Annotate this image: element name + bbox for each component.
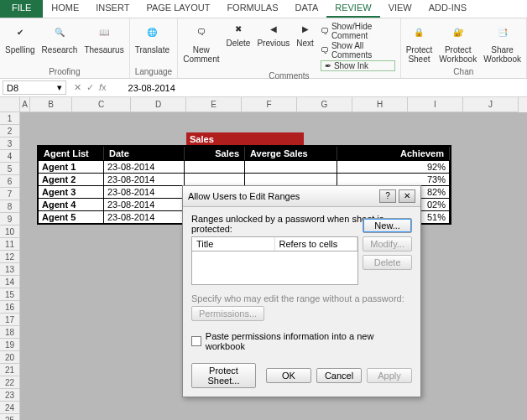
row-header-20[interactable]: 20 [0,351,20,364]
row-header-22[interactable]: 22 [0,376,20,389]
ranges-list[interactable] [191,251,358,285]
row-header-2[interactable]: 2 [0,125,20,137]
research-button[interactable]: 🔍Research [42,20,78,54]
row-header-8[interactable]: 8 [0,200,20,213]
row-header-18[interactable]: 18 [0,326,20,339]
group-comments: Comments [183,71,394,82]
cancel-button[interactable]: Cancel [316,368,362,383]
col-header-J[interactable]: J [463,97,519,112]
tab-formulas[interactable]: FORMULAS [218,0,286,18]
fx-icon[interactable]: fx [99,82,107,93]
thesaurus-button[interactable]: 📖Thesaurus [84,20,123,54]
translate-label: Translate [135,45,170,54]
next-label: Next [296,39,314,48]
row-header-24[interactable]: 24 [0,402,20,414]
new-comment-button[interactable]: 🗨New Comment [183,20,219,64]
row-header-3[interactable]: 3 [0,137,20,150]
spelling-button[interactable]: ✔Spelling [5,20,35,54]
row-header-23[interactable]: 23 [0,389,20,402]
col-header-A[interactable]: A [20,97,30,112]
previous-comment-button[interactable]: ◀Previous [257,20,290,48]
new-range-button[interactable]: New... [363,218,412,233]
formula-value[interactable]: 23-08-2014 [112,83,175,93]
new-comment-label: New Comment [183,45,219,64]
col-refers: Refers to cells [275,237,358,251]
tab-home[interactable]: HOME [43,0,87,18]
tab-file[interactable]: FILE [0,0,43,18]
group-changes: Chan [406,67,521,78]
tab-data[interactable]: DATA [287,0,327,18]
row-header-25[interactable]: 25 [0,414,20,420]
tab-review[interactable]: REVIEW [326,0,379,18]
col-header-G[interactable]: G [297,97,352,112]
row-headers: 1234567891011121314151617181920212223242… [0,112,20,420]
hdr-agent: Agent List [39,147,104,160]
col-header-E[interactable]: E [186,97,242,112]
delete-comment-button[interactable]: ✖Delete [227,20,251,48]
col-header-D[interactable]: D [131,97,186,112]
row-header-17[interactable]: 17 [0,314,20,326]
row-header-16[interactable]: 16 [0,301,20,314]
col-header-H[interactable]: H [352,97,408,112]
tab-addins[interactable]: ADD-INS [420,0,475,18]
row-header-21[interactable]: 21 [0,364,20,376]
tab-insert[interactable]: INSERT [87,0,138,18]
showink-label: Show Ink [334,61,368,70]
protect-sheet-button[interactable]: 🔒Protect Sheet [406,20,433,64]
hdr-avg: Averge Sales [245,147,337,160]
protectwb-label: Protect Workbook [439,45,477,64]
protect-sheet-dlg-button[interactable]: Protect Sheet... [191,363,256,388]
share-workbook-button[interactable]: 📑Share Workbook [483,20,521,64]
showhide-label: Show/Hide Comment [331,22,395,40]
col-header-F[interactable]: F [242,97,297,112]
close-button[interactable]: ✕ [399,189,415,203]
ok-button[interactable]: OK [266,368,311,383]
table-row[interactable]: Agent 2 23-08-2014 73% [39,173,450,185]
select-all-corner[interactable] [0,97,20,112]
name-box-value: D8 [7,83,18,93]
row-header-10[interactable]: 10 [0,226,20,238]
row-header-15[interactable]: 15 [0,288,20,301]
showhide-comment[interactable]: 🗨 Show/Hide Comment [321,22,395,40]
col-header-B[interactable]: B [30,97,72,112]
row-header-6[interactable]: 6 [0,175,20,188]
row-header-12[interactable]: 12 [0,251,20,263]
row-header-11[interactable]: 11 [0,238,20,251]
thesaurus-label: Thesaurus [84,45,123,54]
row-header-14[interactable]: 14 [0,276,20,288]
show-ink[interactable]: ✒ Show Ink [321,60,395,71]
paste-checkbox[interactable] [191,336,201,346]
cancel-icon[interactable]: ✕ [74,82,81,93]
apply-button: Apply [367,368,412,383]
paste-label: Paste permissions information into a new… [206,331,412,351]
protect-workbook-button[interactable]: 🔐Protect Workbook [439,20,477,64]
next-comment-button[interactable]: ▶Next [296,20,314,48]
row-header-4[interactable]: 4 [0,150,20,163]
table-row[interactable]: Agent 1 23-08-2014 92% [39,160,450,173]
delete-range-button: Delete [363,255,412,270]
sales-banner: Sales [186,132,304,146]
col-title: Title [192,237,275,251]
name-box[interactable]: D8▾ [3,80,66,95]
hdr-sales: Sales [185,147,245,160]
row-header-9[interactable]: 9 [0,213,20,226]
row-header-1[interactable]: 1 [0,112,20,125]
row-header-7[interactable]: 7 [0,188,20,200]
hdr-date: Date [104,147,185,160]
tab-view[interactable]: VIEW [380,0,420,18]
tab-pagelayout[interactable]: PAGE LAYOUT [138,0,218,18]
col-header-I[interactable]: I [408,97,463,112]
enter-icon[interactable]: ✓ [86,82,94,93]
research-label: Research [42,45,78,54]
help-button[interactable]: ? [379,189,396,203]
row-header-13[interactable]: 13 [0,263,20,276]
dialog-titlebar[interactable]: Allow Users to Edit Ranges ? ✕ [183,186,420,207]
showall-comments[interactable]: 🗨 Show All Comments [321,41,395,60]
row-header-5[interactable]: 5 [0,163,20,175]
namebox-dropdown-icon[interactable]: ▾ [57,82,62,93]
allow-edit-ranges-dialog: Allow Users to Edit Ranges ? ✕ Ranges un… [182,185,421,397]
translate-button[interactable]: 🌐Translate [135,20,170,54]
col-header-C[interactable]: C [72,97,131,112]
dialog-title: Allow Users to Edit Ranges [188,191,377,201]
row-header-19[interactable]: 19 [0,339,20,351]
